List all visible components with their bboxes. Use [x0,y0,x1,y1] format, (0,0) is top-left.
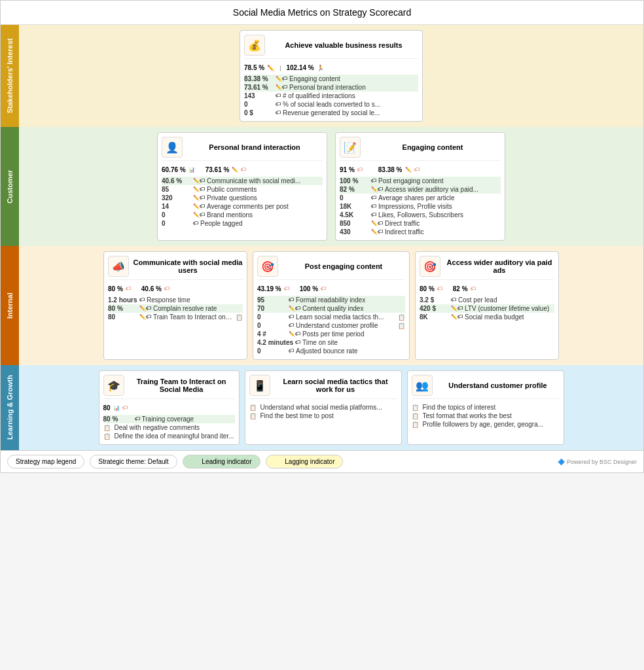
lagging-indicator-button[interactable]: Lagging indicator [266,455,344,468]
card-title-pec: Post engaging content [282,262,405,270]
strategic-theme-button[interactable]: Strategic theme: Default [90,455,177,468]
megaphone-icon: 📣 [108,256,129,277]
pec-score-row: 43.19 % 🏷 100 % 🏷 [257,284,405,294]
metric-ltv: 420 $ ✏️🏷 LTV (customer lifetime value) [420,304,554,313]
stakeholders-label: Stakeholders' Interest [1,25,19,127]
metric-val: 143 [244,92,274,99]
strategy-map-legend-button[interactable]: Strategy map legend [7,455,84,468]
card-title-comm: Communicate with social media users [133,258,243,274]
card-header-pec: 🎯 Post engaging content [257,256,405,280]
brand-label: 🔷 Powered by BSC Designer [558,459,637,465]
score-val-2: 102.14 % [286,64,313,71]
card-header-ls: 📱 Learn social media tactics that work f… [249,375,397,399]
metric-public: 85 ✏️🏷 Public comments [162,185,323,194]
metric-communicate: 40.6 % ✏️🏷 Communicate with social medi.… [162,177,323,185]
metric-revenue: 0 $ 🏷 Revenue generated by social le... [244,109,418,117]
metric-likes: 4.5K 🏷 Likes, Followers, Subscribers [340,211,501,219]
metric-label: Revenue generated by social le... [283,109,418,116]
customer-content: 👤 Personal brand interaction 60.76 % 📊 7… [19,127,643,246]
learning-content: 🎓 Traing Team to Interact on Social Medi… [19,365,643,450]
awa-score-row: 80 % 🏷 82 % 🏷 [420,284,554,294]
metric-complain: 80 % ✏️🏷 Complain resolve rate [108,304,243,313]
stakeholders-metrics: 83.38 % ✏️🏷 Engaging content 73.61 % ✏️🏷… [244,75,418,117]
metric-training-coverage: 80 % 🏷 Training coverage [103,415,235,423]
card-title-uc: Understand customer profile [437,381,560,389]
ec-score-row: 91 % 🏷 83.38 % ✏️ 🏷 [340,165,501,175]
metric-deal-negative: 📋 Deal with negative comments [103,423,235,432]
metric-posts-period: 4 # ✏️🏷 Posts per time period [257,330,405,338]
card-header-comm: 📣 Communicate with social media users [108,256,243,280]
metric-post-engaging: 100 % 🏷 Post engaging content [340,177,501,185]
stakeholders-card-title: Achieve valuable business results [269,41,418,49]
metric-label: Personal brand interaction [289,84,418,91]
metric-access-wider: 82 % ✏️🏷 Access wider auditory via paid.… [340,185,501,194]
metric-define-idea: 📋 Define the idea of meaningful brand it… [103,432,235,440]
card-title-awa: Access wider auditory via paid ads [444,258,554,274]
internal-label: Internal [1,246,19,365]
stakeholders-score-row: 78.5 % ✏️ | 102.14 % 🏃 [244,63,418,73]
card-header-pb: 👤 Personal brand interaction [162,137,323,161]
metric-social-budget: 8K ✏️🏷 Social media budget [420,313,554,321]
metric-understand: 0 🏷 Understand customer profile 📋 [257,321,405,330]
metric-learn-social: 0 🏷 Learn social media tactics th... 📋 [257,313,405,321]
comm-score-row: 80 % 🏷 40.6 % 🏷 [108,284,243,294]
card-learn-social: 📱 Learn social media tactics that work f… [245,370,402,445]
metric-private: 320 ✏️🏷 Private questions [162,194,323,202]
page-wrapper: Social Media Metrics on Strategy Scoreca… [0,0,644,473]
metric-direct-traffic: 850 ✏️🏷 Direct traffic [340,219,501,228]
metric-understand-platforms: 📋 Understand what social media platforms… [249,403,397,412]
metric-label: % of social leads converted to s... [283,101,418,108]
page-title: Social Media Metrics on Strategy Scoreca… [1,1,643,25]
leading-indicator-button[interactable]: Leading indicator [183,455,260,468]
content-icon: 📝 [340,137,361,158]
metric-indirect-traffic: 430 ✏️🏷 Indirect traffic [340,228,501,236]
metric-profile-followers: 📋 Profile followers by age, gender, geog… [412,420,560,429]
internal-section: Internal 📣 Communicate with social media… [1,246,643,365]
card-header-ec: 📝 Engaging content [340,137,501,161]
metric-avg-shares: 0 🏷 Average shares per article [340,194,501,202]
metric-leads: 0 🏷 % of social leads converted to s... [244,100,418,109]
card-header-uc: 👥 Understand customer profile [412,375,560,399]
metric-people-tagged: 0 🏷 People tagged [162,219,323,228]
metric-qualified: 143 🏷 # of qualified interactions [244,92,418,100]
card-title-ls: Learn social media tactics that work for… [274,378,397,393]
metric-label: Engaging content [289,75,418,82]
target-icon: 🎯 [257,256,278,277]
learning-label: Learning & Growth [1,365,19,450]
card-post-engaging: 🎯 Post engaging content 43.19 % 🏷 100 % … [253,251,410,360]
pb-score-row: 60.76 % 📊 73.61 % ✏️ 🏷 [162,165,323,175]
metric-personal-brand: 73.61 % ✏️🏷 Personal brand interaction [244,83,418,92]
stakeholders-section: Stakeholders' Interest 💰 Achieve valuabl… [1,25,643,127]
person-icon: 👤 [162,137,183,158]
ads-icon: 🎯 [420,256,440,277]
metric-val: 83.38 % [244,75,274,82]
stakeholders-content: 💰 Achieve valuable business results 78.5… [19,25,643,127]
metric-readability: 95 🏷 Formal readability index [257,296,405,304]
learning-section: Learning & Growth 🎓 Traing Team to Inter… [1,365,643,450]
tt-score-row: 80 📊 🏷 [103,403,235,413]
metric-cost-lead: 3.2 $ 🏷 Cost per lead [420,296,554,304]
metric-response-time: 1.2 hours 🏷 Response time [108,296,243,304]
customer-section: Customer 👤 Personal brand interaction 60… [1,127,643,246]
card-title-tt: Traing Team to Interact on Social Media [128,378,235,393]
graduation-icon: 🎓 [103,375,124,396]
metric-avg-comments: 14 ✏️🏷 Average comments per post [162,202,323,211]
score-val-1: 78.5 % [244,64,264,71]
metric-brand-mentions: 0 ✏️🏷 Brand mentions [162,211,323,219]
card-header-stakeholders: 💰 Achieve valuable business results [244,35,418,59]
card-header-awa: 🎯 Access wider auditory via paid ads [420,256,554,280]
card-title-ec: Engaging content [365,143,501,151]
metric-engaging-content: 83.38 % ✏️🏷 Engaging content [244,75,418,83]
card-personal-brand: 👤 Personal brand interaction 60.76 % 📊 7… [157,132,327,241]
metric-train-team: 80 ✏️🏷 Train Team to Interact on So... 📋 [108,313,243,321]
metric-val: 0 $ [244,109,274,116]
metric-best-time: 📋 Find the best time to post [249,412,397,420]
metric-impressions: 18K 🏷 Impressions, Profile visits [340,202,501,211]
customer-label: Customer [1,127,19,246]
metric-label: # of qualified interactions [283,92,418,99]
metric-time-on-site: 4.2 minutes 🏷 Time on site [257,338,405,347]
phone-icon: 📱 [249,375,270,396]
card-access-wider: 🎯 Access wider auditory via paid ads 80 … [415,251,559,360]
metric-topics: 📋 Find the topics of interest [412,403,560,412]
metric-test-format: 📋 Test format that works the best [412,412,560,420]
